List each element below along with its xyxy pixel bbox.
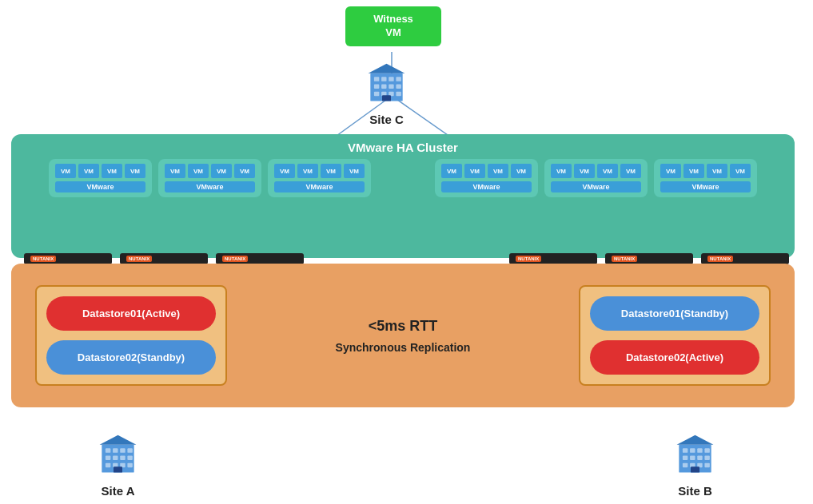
rtt-label: <5ms RTT <box>227 318 579 335</box>
nutanix-node-6: NUTANIX <box>701 253 789 264</box>
right-ds1: Datastore01(Standby) <box>590 296 759 331</box>
vm-box: VM <box>274 164 295 178</box>
vm-group-6: VM VM VM VM VMware <box>654 159 757 197</box>
vm-box: VM <box>660 164 681 178</box>
witness-vm-box: Witness VM <box>345 6 441 46</box>
right-site-group: VM VM VM VM VMware VM VM VM VM VMwar <box>435 159 757 197</box>
left-ds1: Datastore01(Active) <box>46 296 216 331</box>
vm-row: VM VM VM VM <box>441 164 532 178</box>
nutanix-logo-3: NUTANIX <box>222 256 248 262</box>
vm-row: VM VM VM VM <box>551 164 641 178</box>
svg-rect-37 <box>683 448 687 453</box>
site-a: Site A <box>96 434 140 498</box>
site-c-label: Site C <box>365 113 408 126</box>
vm-group-3: VM VM VM VM VMware <box>268 159 371 197</box>
witness-vm: Witness VM <box>345 6 441 46</box>
site-c: Site C <box>365 62 408 126</box>
vm-box: VM <box>55 164 76 178</box>
svg-rect-45 <box>683 463 687 468</box>
vmware-label-6: VMware <box>660 181 751 192</box>
left-ds2: Datastore02(Standby) <box>46 340 216 375</box>
vm-box: VM <box>441 164 462 178</box>
vm-box: VM <box>188 164 209 178</box>
vm-box: VM <box>511 164 532 178</box>
svg-rect-7 <box>374 77 379 81</box>
right-ds2: Datastore02(Active) <box>590 340 759 375</box>
ha-cluster: VMware HA Cluster VM VM VM VM VMware <box>11 134 795 258</box>
svg-rect-22 <box>106 448 110 453</box>
svg-rect-15 <box>374 92 379 97</box>
vm-box: VM <box>78 164 99 178</box>
nutanix-logo-4: NUTANIX <box>516 256 541 262</box>
svg-rect-40 <box>704 448 709 453</box>
svg-rect-39 <box>697 448 702 453</box>
svg-rect-9 <box>389 77 393 81</box>
svg-rect-27 <box>113 456 118 461</box>
vm-box: VM <box>234 164 255 178</box>
svg-rect-42 <box>690 456 695 461</box>
vm-box: VM <box>125 164 145 178</box>
vm-row: VM VM VM VM <box>274 164 365 178</box>
vm-row: VM VM VM VM <box>660 164 751 178</box>
site-b: Site B <box>673 434 717 498</box>
vm-box: VM <box>102 164 122 178</box>
vm-box: VM <box>620 164 641 178</box>
vm-box: VM <box>488 164 508 178</box>
witness-label: Witness <box>373 13 413 25</box>
svg-marker-6 <box>369 64 405 73</box>
svg-rect-11 <box>374 85 379 89</box>
nutanix-node-5: NUTANIX <box>605 253 693 264</box>
vm-group-5: VM VM VM VM VMware <box>544 159 648 197</box>
vm-box: VM <box>464 164 485 178</box>
svg-rect-30 <box>106 463 110 468</box>
nutanix-node-3: NUTANIX <box>216 253 304 264</box>
svg-rect-25 <box>127 448 132 453</box>
vm-box: VM <box>597 164 618 178</box>
site-a-icon <box>96 434 140 481</box>
svg-rect-29 <box>127 456 132 461</box>
svg-rect-38 <box>690 448 695 453</box>
svg-rect-24 <box>120 448 125 453</box>
ha-cluster-content: VM VM VM VM VMware VM VM VM VM VMwar <box>18 159 788 197</box>
diagram: Witness VM <box>0 0 813 504</box>
vm-box: VM <box>574 164 595 178</box>
left-datastore-panel: Datastore01(Active) Datastore02(Standby) <box>35 285 227 386</box>
vm-box: VM <box>297 164 318 178</box>
nutanix-node-2: NUTANIX <box>120 253 208 264</box>
svg-rect-14 <box>396 85 401 89</box>
svg-rect-48 <box>704 463 709 468</box>
left-site-group: VM VM VM VM VMware VM VM VM VM VMwar <box>49 159 371 197</box>
storage-area: Datastore01(Active) Datastore02(Standby)… <box>11 264 795 407</box>
svg-rect-12 <box>381 85 386 89</box>
svg-rect-49 <box>691 466 699 472</box>
svg-rect-34 <box>114 466 122 472</box>
vm-group-4: VM VM VM VM VMware <box>435 159 538 197</box>
vm-box: VM <box>321 164 341 178</box>
replication-info: <5ms RTT Synchronous Replication <box>227 318 579 354</box>
right-nutanix-nodes: NUTANIX NUTANIX NUTANIX <box>509 252 789 264</box>
vmware-label-4: VMware <box>441 181 532 192</box>
vm-group-2: VM VM VM VM VMware <box>158 159 261 197</box>
site-b-icon <box>673 434 717 481</box>
site-b-label: Site B <box>673 484 717 498</box>
svg-rect-23 <box>113 448 118 453</box>
nutanix-logo-1: NUTANIX <box>30 256 56 262</box>
svg-marker-21 <box>100 435 137 445</box>
nutanix-logo-5: NUTANIX <box>612 256 637 262</box>
vm-box: VM <box>211 164 232 178</box>
svg-rect-33 <box>127 463 132 468</box>
nutanix-node-4: NUTANIX <box>509 253 597 264</box>
vm-box: VM <box>344 164 365 178</box>
svg-rect-8 <box>381 77 386 81</box>
nutanix-logo-2: NUTANIX <box>126 256 152 262</box>
svg-rect-44 <box>704 456 709 461</box>
vmware-label-3: VMware <box>274 181 365 192</box>
vm-box: VM <box>165 164 185 178</box>
ha-cluster-title: VMware HA Cluster <box>18 141 788 154</box>
vm-box: VM <box>707 164 727 178</box>
svg-rect-41 <box>683 456 687 461</box>
witness-vm-label: VM <box>385 26 401 38</box>
right-datastore-panel: Datastore01(Standby) Datastore02(Active) <box>579 285 771 386</box>
vm-row: VM VM VM VM <box>55 164 145 178</box>
vmware-label-1: VMware <box>55 181 145 192</box>
